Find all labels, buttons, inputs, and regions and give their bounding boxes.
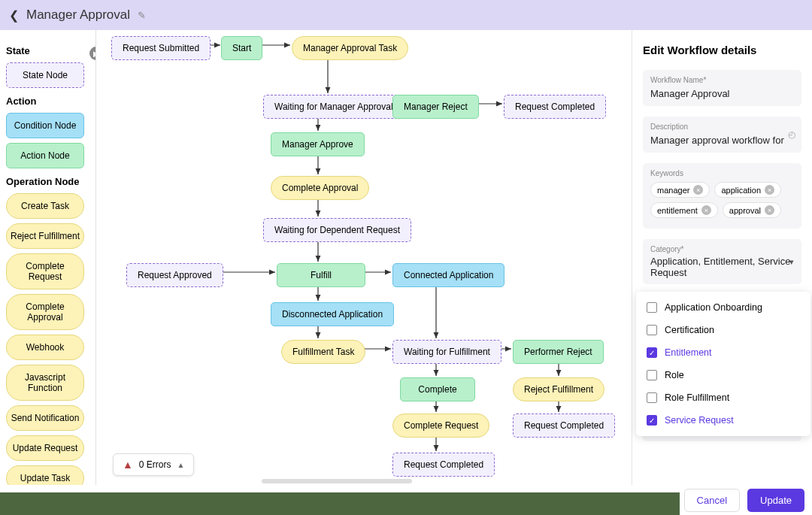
node-request-completed-1[interactable]: Request Completed	[504, 95, 606, 119]
section-state: State	[6, 45, 89, 56]
horizontal-scrollbar[interactable]	[262, 479, 412, 483]
category-dropdown[interactable]: Application OnboardingCertification✓Enti…	[636, 292, 810, 436]
node-waiting-fulfillment[interactable]: Waiting for Fulfillment	[392, 340, 501, 364]
palette-op-send-notification[interactable]: Send Notification	[6, 405, 84, 431]
option-label: Role Fulfillment	[665, 392, 729, 403]
kw-label: Keywords	[650, 169, 794, 177]
node-start[interactable]: Start	[221, 36, 262, 60]
header: ❮ Manager Approval ✎	[0, 0, 812, 30]
errors-bar[interactable]: ▲ 0 Errors ▲	[113, 453, 194, 476]
section-operation: Operation Node	[6, 176, 89, 187]
node-mgr-reject[interactable]: Manager Reject	[392, 95, 479, 119]
palette-state-node[interactable]: State Node	[6, 62, 84, 88]
checkbox-icon[interactable]	[647, 392, 657, 403]
edit-icon[interactable]: ✎	[138, 10, 146, 21]
section-action: Action	[6, 95, 89, 107]
category-option[interactable]: ✓Service Request	[636, 409, 810, 432]
palette-op-update-request[interactable]: Update Request	[6, 435, 84, 461]
category-option[interactable]: ✓Entitlement	[636, 341, 810, 364]
keyword-chip: application×	[714, 182, 781, 198]
chip-remove-icon[interactable]: ×	[765, 185, 774, 195]
node-disconnected-app[interactable]: Disconnected Application	[271, 302, 394, 326]
checkbox-icon[interactable]	[647, 302, 657, 313]
checkbox-icon[interactable]	[647, 325, 657, 335]
chip-remove-icon[interactable]: ×	[765, 205, 774, 215]
node-reject-fulfillment[interactable]: Reject Fulfillment	[513, 377, 604, 401]
option-label: Certification	[665, 325, 714, 335]
checkbox-icon[interactable]: ✓	[647, 347, 657, 358]
category-option[interactable]: Role	[636, 364, 810, 386]
node-fulfillment-task[interactable]: Fulfillment Task	[281, 340, 365, 364]
expand-icon[interactable]: ◴	[788, 129, 795, 140]
option-label: Service Request	[665, 415, 734, 426]
warning-icon: ▲	[123, 459, 133, 471]
palette-op-complete-approval[interactable]: Complete Approval	[6, 294, 84, 330]
node-mgr-approve[interactable]: Manager Approve	[271, 132, 365, 156]
node-complete[interactable]: Complete	[400, 377, 475, 401]
option-label: Application Onboarding	[665, 302, 762, 313]
keywords-field[interactable]: Keywords manager×application×entitlement…	[643, 163, 801, 229]
node-complete-approval[interactable]: Complete Approval	[271, 176, 369, 200]
cat-value: Application, Entitlement, Service Reques…	[650, 256, 794, 278]
node-waiting-mgr-approval[interactable]: Waiting for Manager Approval	[263, 95, 404, 119]
desc-label: Description	[650, 123, 794, 131]
palette-action-node[interactable]: Action Node	[6, 143, 84, 168]
description-field[interactable]: Description ◴	[643, 117, 801, 153]
palette-condition-node[interactable]: Condition Node	[6, 113, 84, 138]
checkbox-icon[interactable]	[647, 370, 657, 380]
node-fulfill[interactable]: Fulfill	[277, 263, 365, 287]
footer: Cancel Update	[0, 485, 812, 515]
category-option[interactable]: Certification	[636, 319, 810, 341]
keyword-chip: entitlement×	[650, 202, 718, 218]
node-request-completed-3[interactable]: Request Completed	[392, 453, 495, 477]
node-request-submitted[interactable]: Request Submitted	[111, 36, 211, 60]
node-mgr-approval-task[interactable]: Manager Approval Task	[292, 36, 408, 60]
workflow-name-field[interactable]: Workflow Name*	[643, 70, 801, 106]
chevron-down-icon[interactable]: ▾	[789, 257, 794, 267]
palette-op-complete-request[interactable]: Complete Request	[6, 253, 84, 289]
category-option[interactable]: Application Onboarding	[636, 296, 810, 319]
option-label: Entitlement	[665, 347, 712, 358]
option-label: Role	[665, 370, 684, 380]
keyword-chip: manager×	[650, 182, 710, 198]
page-title: Manager Approval	[26, 8, 130, 23]
node-request-completed-2[interactable]: Request Completed	[513, 414, 615, 438]
chip-label: approval	[729, 206, 761, 215]
node-request-approved[interactable]: Request Approved	[126, 263, 223, 287]
palette-op-reject-fulfillment[interactable]: Reject Fulfillment	[6, 223, 84, 249]
category-option[interactable]: Role Fulfillment	[636, 386, 810, 409]
name-input[interactable]	[650, 88, 794, 99]
palette-op-create-task[interactable]: Create Task	[6, 193, 84, 219]
footer-accent	[0, 492, 680, 515]
node-performer-reject[interactable]: Performer Reject	[513, 340, 604, 364]
chevron-up-icon: ▲	[177, 461, 185, 469]
category-select[interactable]: Category* Application, Entitlement, Serv…	[643, 239, 801, 284]
name-label: Workflow Name*	[650, 76, 794, 84]
errors-count: 0 Errors	[139, 459, 171, 470]
back-icon[interactable]: ❮	[9, 8, 19, 23]
workflow-canvas[interactable]: Request SubmittedStartManager Approval T…	[96, 30, 632, 485]
node-connected-app[interactable]: Connected Application	[392, 263, 504, 287]
panel-title: Edit Workflow details	[643, 44, 801, 56]
details-panel: Edit Workflow details Workflow Name* Des…	[632, 30, 812, 485]
palette-op-javascript-function[interactable]: Javascript Function	[6, 365, 84, 401]
chip-label: entitlement	[657, 206, 698, 215]
chip-remove-icon[interactable]: ×	[693, 185, 703, 195]
chip-label: manager	[657, 186, 689, 195]
sidebar: ▶ State State Node Action Condition Node…	[0, 30, 96, 485]
update-button[interactable]: Update	[747, 489, 804, 512]
keyword-chip: approval×	[723, 202, 781, 218]
chip-label: application	[721, 186, 761, 195]
collapse-sidebar-icon[interactable]: ▶	[89, 47, 96, 60]
desc-input[interactable]	[650, 135, 794, 146]
cancel-button[interactable]: Cancel	[684, 489, 740, 512]
cat-label: Category*	[650, 245, 794, 253]
palette-op-webhook[interactable]: Webhook	[6, 335, 84, 360]
checkbox-icon[interactable]: ✓	[647, 415, 657, 426]
chip-remove-icon[interactable]: ×	[701, 205, 711, 215]
node-waiting-dep-req[interactable]: Waiting for Dependent Request	[263, 218, 411, 242]
palette-op-update-task[interactable]: Update Task	[6, 465, 84, 485]
node-complete-request[interactable]: Complete Request	[392, 414, 489, 438]
